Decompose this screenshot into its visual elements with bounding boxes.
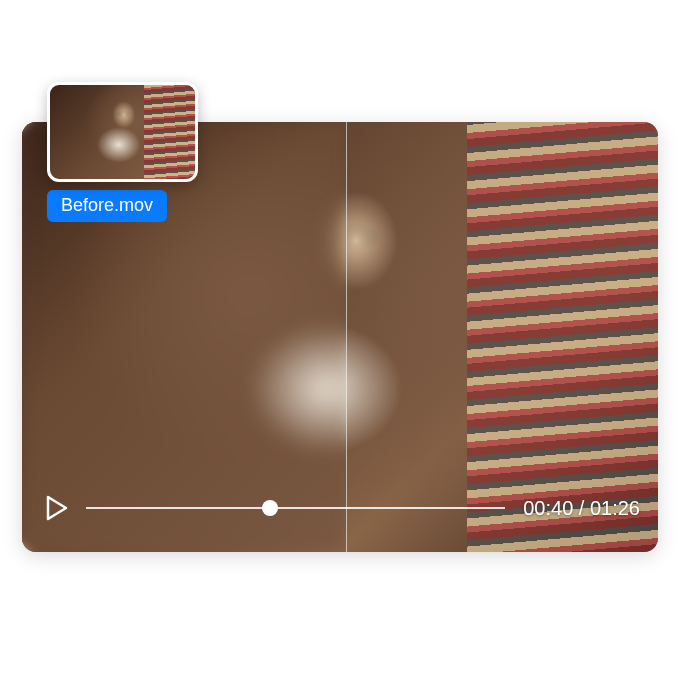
current-time: 00:40 [523,497,573,519]
filename-tag: Before.mov [47,190,167,222]
progress-handle[interactable] [262,500,278,516]
source-thumbnail[interactable] [47,82,198,182]
player-controls: 00:40 / 01:26 [22,464,658,552]
progress-bar[interactable] [86,507,505,509]
duration: 01:26 [590,497,640,519]
time-display: 00:40 / 01:26 [523,497,640,520]
source-thumbnail-card: Before.mov [47,82,198,222]
play-button[interactable] [40,491,74,525]
play-icon [46,495,68,521]
